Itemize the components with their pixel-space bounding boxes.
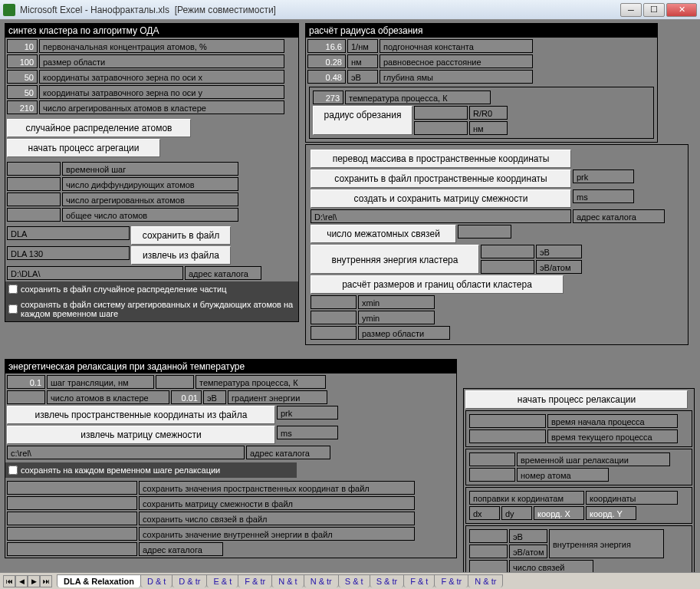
minimize-button[interactable]: ─: [620, 3, 642, 17]
panel-convert: перевод массива в пространственные коорд…: [305, 144, 688, 345]
size-val: [311, 326, 357, 340]
atoms-label: число атомов в кластере: [47, 390, 169, 404]
tab-nav-prev[interactable]: ◀: [15, 575, 28, 587]
synth-label: размер области: [39, 54, 284, 68]
start-aggregation-button[interactable]: начать процесс агрегации: [7, 139, 160, 157]
evatom-val2: [469, 545, 508, 558]
ev-label2: эВ: [509, 529, 547, 543]
synth-value[interactable]: 210: [7, 100, 38, 114]
save-every-relax-step-checkbox[interactable]: сохранять на каждом временном шаге релак…: [5, 462, 297, 478]
save-row-label: сохранить значения пространственных коор…: [139, 481, 415, 495]
sheet-tab[interactable]: F & t: [403, 574, 435, 587]
dla-field[interactable]: DLA: [7, 226, 130, 240]
tab-nav-next[interactable]: ▶: [28, 575, 40, 587]
dla130-field[interactable]: DLA 130: [7, 246, 130, 260]
temp-label: температура процесса, К: [345, 90, 491, 104]
save-random-checkbox[interactable]: сохранить в файл случайное распределение…: [5, 281, 298, 297]
sheet-tab[interactable]: D & t: [140, 574, 173, 587]
panel-radius-title: расчёт радиуса обрезания: [306, 24, 657, 38]
radius-label: подгоночная константа: [380, 39, 533, 53]
synth-value[interactable]: 50: [7, 85, 38, 99]
maximize-button[interactable]: ☐: [643, 3, 665, 17]
relax-path2[interactable]: [7, 542, 137, 556]
save-row-label: сохранить матрицу смежности в файл: [139, 496, 415, 510]
bounds-button[interactable]: расчёт размеров и границ области кластер…: [311, 275, 564, 294]
stat-label: временной шаг: [62, 162, 238, 176]
radius-label: равновесное расстояние: [380, 54, 533, 68]
dla-path-field[interactable]: D:\DLA\: [7, 266, 183, 280]
rr0-label: R/R0: [469, 106, 508, 120]
save-row-label: сохранить значение внутренней энергии в …: [139, 527, 415, 541]
load-coords-button[interactable]: извлечь пространственные координаты из ф…: [7, 406, 275, 424]
relstep-val: [469, 452, 515, 466]
sheet-tab-active[interactable]: DLA & Relaxation: [57, 574, 141, 587]
sheet-tab[interactable]: S & t: [338, 574, 370, 587]
save-matrix-button[interactable]: создать и сохранить матрицу смежности: [311, 189, 571, 208]
dx-label: dx: [469, 506, 500, 520]
sheet-tab[interactable]: N & tr: [304, 574, 339, 587]
energy-button[interactable]: внутренняя энергия кластера: [311, 245, 479, 274]
sheet-tab[interactable]: N & t: [271, 574, 304, 587]
step-val[interactable]: 0.1: [7, 375, 45, 389]
ext-ms2: ms: [277, 426, 338, 439]
panel-synthesis-title: синтез кластера по алгоритму ОДА: [5, 24, 298, 38]
save-row-value[interactable]: [7, 496, 137, 510]
grad-unit: эВ: [203, 390, 226, 404]
synth-label: координаты затравочного зерна по оси y: [39, 85, 284, 99]
radius-value[interactable]: 0.48: [307, 70, 346, 84]
atoms-val[interactable]: [7, 390, 45, 404]
radius-value[interactable]: 16.6: [307, 39, 346, 53]
convert-path-label: адрес каталога: [573, 209, 665, 223]
sheet-tab[interactable]: E & t: [206, 574, 238, 587]
ext-prk2: prk: [277, 406, 338, 420]
dla-path-label: адрес каталога: [185, 266, 261, 280]
tab-nav-last[interactable]: ⏭: [40, 575, 52, 587]
ymin-label: ymin: [358, 311, 435, 324]
sheet-tab[interactable]: F & tr: [238, 574, 272, 587]
temp-value[interactable]: 273: [313, 90, 343, 104]
save-to-file-button[interactable]: сохранить в файл: [131, 226, 231, 245]
synth-label: координаты затравочного зерна по оси x: [39, 70, 284, 84]
save-row-value[interactable]: [7, 512, 137, 525]
close-button[interactable]: ✕: [666, 3, 697, 17]
relax-path[interactable]: c:\rel\: [7, 446, 245, 459]
load-from-file-button[interactable]: извлечь из файла: [131, 246, 231, 265]
save-row-value[interactable]: [7, 481, 137, 495]
radius-value[interactable]: 0.28: [307, 54, 346, 68]
sheet-tab[interactable]: N & tr: [468, 574, 503, 587]
tab-nav-first[interactable]: ⏮: [3, 575, 15, 587]
radius-unit: нм: [347, 54, 378, 68]
temp-val2[interactable]: [156, 375, 194, 389]
save-every-step-checkbox[interactable]: сохранять в файл систему агрегированных …: [5, 297, 298, 321]
convert-button[interactable]: перевод массива в пространственные коорд…: [311, 150, 571, 168]
start-relax-button[interactable]: начать процесс релаксации: [465, 390, 688, 409]
window-titlebar: Microsoft Excel - Нанофракталы.xls [Режи…: [0, 0, 700, 20]
ymin-val: [311, 311, 357, 324]
tstart-label: время начала процесса: [547, 414, 678, 428]
synth-value[interactable]: 10: [7, 39, 38, 53]
ext-ms: ms: [573, 189, 634, 203]
sheet-tab[interactable]: S & tr: [370, 574, 405, 587]
synth-value[interactable]: 50: [7, 70, 38, 84]
radius-button[interactable]: радиус обрезания: [313, 106, 412, 135]
stat-label: общее число атомов: [62, 208, 238, 222]
stat-value: [7, 192, 61, 206]
window-title: Microsoft Excel - Нанофракталы.xls [Режи…: [20, 5, 620, 15]
convert-path[interactable]: D:\rel\: [311, 209, 571, 223]
sheet-tab[interactable]: D & tr: [172, 574, 207, 587]
sheet-tab[interactable]: F & tr: [434, 574, 468, 587]
save-coords-button[interactable]: сохранить в файл пространственные коорди…: [311, 169, 571, 188]
tcur-label: время текущего процесса: [547, 429, 678, 443]
save-row-value[interactable]: [7, 527, 137, 541]
excel-icon: [3, 4, 15, 16]
load-matrix-button[interactable]: извлечь матрицу смежности: [7, 426, 275, 444]
random-distribution-button[interactable]: случайное распределение атомов: [7, 119, 191, 137]
grad-val[interactable]: 0.01: [171, 390, 202, 404]
xmin-label: xmin: [358, 295, 435, 309]
bonds-button[interactable]: число межатомных связей: [311, 225, 456, 243]
corrections-label: поправки к кординатам: [469, 491, 584, 505]
synth-value[interactable]: 100: [7, 54, 38, 68]
temp-label2: температура процесса, К: [196, 375, 326, 389]
relax-path-label: адрес каталога: [246, 446, 330, 459]
save-row-label: сохранить число связей в файл: [139, 512, 415, 525]
